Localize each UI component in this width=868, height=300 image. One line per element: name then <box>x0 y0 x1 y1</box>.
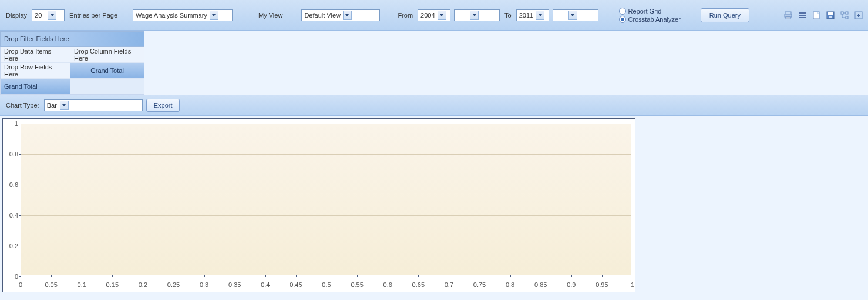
chart-xtick <box>388 275 388 277</box>
pivot-row-drop[interactable]: Drop Row Fields Here <box>1 63 70 79</box>
chevron-down-icon[interactable] <box>470 11 479 20</box>
chart-ytick-label: 1 <box>4 120 18 127</box>
chart-xtick <box>112 275 113 277</box>
chevron-down-icon[interactable] <box>343 11 352 20</box>
chart-xtick-label: 0.2 <box>139 281 147 288</box>
to-label: To <box>504 12 512 19</box>
chart-xtick-label: 0.5 <box>322 281 331 288</box>
from-year-value: 2004 <box>420 12 436 19</box>
chart-xtick-label: 0.6 <box>383 281 392 288</box>
chart-xtick-label: 0.35 <box>228 281 241 288</box>
pivot-column-grand-total: Grand Total <box>70 63 144 79</box>
toolbar: Display 20 Entries per Page Wage Analysi… <box>0 0 868 31</box>
report-grid-radio-label: Report Grid <box>628 8 662 15</box>
chart-xtick <box>327 275 327 277</box>
chart-xtick-label: 0.65 <box>412 281 425 288</box>
svg-rect-0 <box>785 12 791 14</box>
chart-xtick <box>21 275 21 277</box>
chart-xtick <box>82 275 82 277</box>
to-year-select[interactable]: 2011 <box>516 9 549 21</box>
chart-ytick <box>19 215 21 216</box>
chevron-down-icon[interactable] <box>568 11 577 20</box>
from-label: From <box>398 12 413 19</box>
svg-rect-1 <box>785 14 792 17</box>
pivot-row-grand-total: Grand Total <box>1 79 70 94</box>
chart-xtick <box>633 275 633 277</box>
report-select[interactable]: Wage Analysis Summary <box>133 9 233 21</box>
to-extra-select[interactable] <box>553 9 598 21</box>
chart-ytick <box>19 154 21 155</box>
chart-xtick-label: 0.95 <box>596 281 608 288</box>
to-year-value: 2011 <box>519 12 534 19</box>
chart-type-select[interactable]: Bar <box>44 99 143 111</box>
chart-gridline <box>21 246 631 246</box>
chart-ytick-label: 0.2 <box>4 242 18 249</box>
chart-xtick <box>204 275 205 277</box>
report-grid-radio[interactable] <box>619 8 626 15</box>
toolbar-icons <box>783 11 863 20</box>
chart-gridline <box>21 124 631 124</box>
list-icon[interactable] <box>798 11 807 20</box>
display-label: Display <box>6 12 27 19</box>
page-size-select[interactable]: 20 <box>32 9 65 21</box>
chart-xtick-label: 0.15 <box>106 281 119 288</box>
my-view-label: My View <box>258 12 282 19</box>
chart-xtick <box>143 275 143 277</box>
chart-gridline <box>21 185 631 185</box>
chevron-down-icon[interactable] <box>536 11 544 20</box>
view-select-value: Default View <box>304 12 342 19</box>
from-extra-select[interactable] <box>454 9 500 21</box>
chart-xtick-label: 0.75 <box>473 281 486 288</box>
chart-xtick-label: 0.55 <box>351 281 363 288</box>
expand-icon[interactable] <box>854 11 863 20</box>
chevron-down-icon[interactable] <box>48 11 56 20</box>
svg-rect-2 <box>786 17 790 19</box>
chart-area: 00.20.40.60.8100.050.10.150.20.250.30.35… <box>0 116 868 292</box>
chart-xtick-label: 0.05 <box>45 281 57 288</box>
chevron-down-icon[interactable] <box>210 11 218 20</box>
chart-xtick-label: 0.1 <box>78 281 86 288</box>
pivot-data-drop[interactable]: Drop Data Items Here <box>1 47 70 63</box>
chart-ytick <box>19 124 21 124</box>
chart-xtick-label: 1 <box>631 281 634 288</box>
chart-xtick <box>449 275 449 277</box>
tree-icon[interactable] <box>840 11 849 20</box>
chevron-down-icon[interactable] <box>438 11 446 20</box>
chart-xtick-label: 0.4 <box>261 281 270 288</box>
chart-xtick <box>265 275 266 277</box>
chart-toolbar: Chart Type: Bar Export <box>0 95 868 116</box>
pivot-column-drop[interactable]: Drop Column Fields Here <box>70 47 144 63</box>
pivot-area: Drop Filter Fields Here Drop Data Items … <box>0 31 868 95</box>
svg-rect-11 <box>846 12 848 14</box>
export-button[interactable]: Export <box>146 99 180 112</box>
chart-xtick-label: 0.85 <box>534 281 547 288</box>
pivot-filter-drop[interactable]: Drop Filter Fields Here <box>0 31 144 47</box>
svg-rect-4 <box>799 15 806 16</box>
chart-gridline <box>21 215 631 216</box>
svg-rect-8 <box>828 12 833 15</box>
chart-ytick <box>19 185 21 185</box>
report-select-value: Wage Analysis Summary <box>136 12 208 19</box>
page-size-value: 20 <box>35 12 46 19</box>
chart-xtick-label: 0.7 <box>445 281 453 288</box>
chart-xtick-label: 0.9 <box>567 281 576 288</box>
svg-rect-10 <box>841 12 843 14</box>
entries-per-page-label: Entries per Page <box>69 12 117 19</box>
document-icon[interactable] <box>812 11 821 20</box>
chart-type-value: Bar <box>47 102 59 109</box>
chart-xtick <box>51 275 52 277</box>
chevron-down-icon[interactable] <box>60 101 69 110</box>
pivot-value-cell <box>70 79 144 94</box>
from-year-select[interactable]: 2004 <box>418 9 450 21</box>
svg-rect-9 <box>829 16 832 18</box>
chart-xtick <box>296 275 297 277</box>
view-select[interactable]: Default View <box>301 9 380 21</box>
chart-xtick <box>480 275 480 277</box>
chart-xtick-label: 0.8 <box>506 281 514 288</box>
run-query-button[interactable]: Run Query <box>701 8 749 22</box>
chart-ytick-label: 0.4 <box>4 212 18 219</box>
save-icon[interactable] <box>826 11 835 20</box>
crosstab-radio[interactable] <box>619 16 626 23</box>
print-icon[interactable] <box>783 11 793 20</box>
chart-xtick-label: 0.3 <box>200 281 208 288</box>
